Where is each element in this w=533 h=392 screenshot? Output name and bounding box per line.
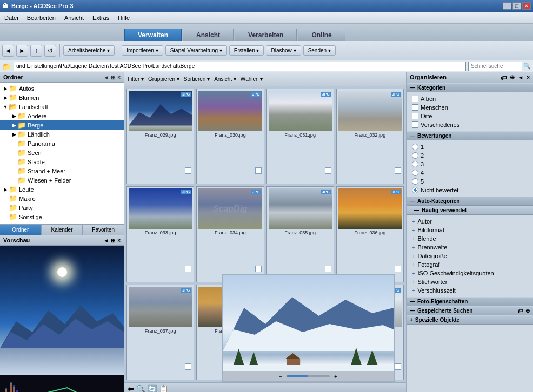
menu-hilfe[interactable]: Hilfe (114, 13, 134, 22)
rating-1[interactable]: 1 (410, 143, 530, 151)
auto-dateigroesse[interactable]: + Dateigröße (410, 252, 530, 260)
filter-button[interactable]: Filter ▾ (128, 76, 144, 82)
gruppieren-button[interactable]: Gruppieren ▾ (148, 76, 179, 82)
haeufig-section[interactable]: — Häufig verwendet (407, 206, 533, 215)
panel-menu-icon[interactable]: ⊞ (111, 75, 115, 80)
thumb-franz-035[interactable]: JPG Franz_035.jpg (266, 186, 334, 282)
preview-close-icon[interactable]: × (117, 238, 121, 244)
nav-forward-button[interactable]: ► (16, 45, 28, 57)
auto-kategorien-section[interactable]: — Auto-Kategorien (407, 197, 533, 206)
thumb-checkbox[interactable] (395, 266, 401, 272)
tree-item-wiesen[interactable]: 📁 Wiesen + Felder (0, 175, 124, 185)
thumb-tool-2[interactable]: 🔍 (136, 384, 145, 393)
thumb-checkbox[interactable] (325, 167, 331, 174)
radio-2[interactable] (412, 152, 418, 159)
ansicht-button[interactable]: Ansicht ▾ (214, 76, 236, 82)
rating-5[interactable]: 5 (410, 177, 530, 186)
thumb-checkbox[interactable] (395, 167, 401, 174)
thumb-checkbox[interactable] (255, 266, 262, 272)
panel-pin-icon[interactable]: ◄ (103, 75, 109, 80)
gespeicherte-suchen-section[interactable]: — Gespeicherte Suchen 🏷 ⊕ (407, 306, 533, 315)
thumb-tool-1[interactable]: ⬅ (128, 384, 134, 393)
alben-checkbox[interactable] (412, 96, 418, 102)
tree-item-berge[interactable]: ▶ 📁 Berge (0, 120, 124, 130)
kategorien-section[interactable]: — Kategorien (407, 83, 533, 92)
thumb-franz-034[interactable]: JPG ScanDig Franz_034.jpg (196, 186, 264, 282)
tree-item-autos[interactable]: ▶ 📁 Autos (0, 84, 124, 93)
tree-item-seen[interactable]: 📁 Seen (0, 148, 124, 157)
window-controls[interactable]: _ □ × (503, 2, 531, 10)
thumb-franz-036[interactable]: JPG Franz_036.jpg (336, 186, 404, 282)
sortieren-button[interactable]: Sortieren ▾ (184, 76, 210, 82)
thumb-checkbox[interactable] (325, 266, 331, 272)
thumb-franz-037[interactable]: JPG Franz_037.jpg (126, 285, 194, 380)
thumb-franz-030[interactable]: JPG Franz_030.jpg (196, 89, 264, 184)
auto-autor[interactable]: + Autor (410, 217, 530, 226)
tab-ansicht[interactable]: Ansicht (183, 29, 234, 41)
spezielle-objekte-section[interactable]: + Spezielle Objekte (407, 315, 533, 325)
organize-pin-icon[interactable]: ◄ (518, 75, 523, 80)
tab-verwalten[interactable]: Verwalten (124, 29, 182, 41)
menu-ansicht[interactable]: Ansicht (60, 13, 88, 22)
stapel-button[interactable]: Stapel-Verarbeitung ▾ (165, 45, 227, 56)
panel-header-controls[interactable]: ◄ ⊞ × (103, 75, 121, 80)
auto-blende[interactable]: + Blende (410, 234, 530, 243)
tree-item-panorama[interactable]: 📁 Panorama (0, 139, 124, 148)
tree-item-sonstige[interactable]: 📁 Sonstige (0, 212, 124, 221)
organize-icon-1[interactable]: 🏷 (501, 75, 507, 81)
thumb-franz-031[interactable]: JPG Franz_031.jpg (266, 89, 334, 184)
orte-checkbox[interactable] (412, 113, 418, 119)
radio-5[interactable] (412, 178, 418, 185)
radio-4[interactable] (412, 170, 418, 176)
thumb-checkbox[interactable] (185, 167, 191, 174)
preview-menu-icon[interactable]: ⊞ (111, 238, 115, 244)
thumb-checkbox[interactable] (395, 363, 401, 370)
rating-none[interactable]: Nicht bewertet (410, 186, 530, 194)
thumb-franz-029[interactable]: JPG Franz_029.jpg (126, 89, 194, 184)
auto-bildformat[interactable]: + Bildformat (410, 226, 530, 234)
tree-item-leute[interactable]: ▶ 📁 Leute (0, 185, 124, 194)
tree-item-blumen[interactable]: ▶ 📁 Blumen (0, 93, 124, 102)
kategorie-orte[interactable]: Orte (410, 112, 530, 120)
nav-up-button[interactable]: ↑ (30, 45, 42, 57)
tree-item-andere[interactable]: ▶ 📁 Andere (0, 111, 124, 120)
erstellen-button[interactable]: Erstellen ▾ (229, 45, 264, 56)
maximize-button[interactable]: □ (512, 2, 521, 10)
tree-item-makro[interactable]: 📁 Makro (0, 194, 124, 203)
thumb-checkbox[interactable] (185, 266, 191, 272)
tab-ordner[interactable]: Ordner (0, 225, 42, 235)
tab-kalender[interactable]: Kalender (42, 225, 83, 235)
tree-item-laendlich[interactable]: ▶ 📁 Ländlich (0, 130, 124, 139)
preview-pin-icon[interactable]: ◄ (103, 238, 109, 244)
zoom-slider[interactable] (287, 375, 330, 377)
senden-button[interactable]: Senden ▾ (303, 45, 336, 56)
radio-none[interactable] (412, 187, 418, 193)
panel-close-icon[interactable]: × (117, 75, 121, 80)
waehlen-button[interactable]: Wählen ▾ (241, 76, 263, 82)
organize-icon-2[interactable]: ⊕ (510, 74, 515, 81)
tree-item-party[interactable]: 📁 Party (0, 203, 124, 212)
auto-verschlusszeit[interactable]: + Verschlusszeit (410, 286, 530, 295)
preview-controls[interactable]: ◄ ⊞ × (103, 238, 121, 244)
search-icon[interactable]: 🔍 (523, 63, 531, 70)
zoom-out-icon[interactable]: − (279, 374, 282, 380)
diashow-button[interactable]: Diashow ▾ (266, 45, 301, 56)
menu-extras[interactable]: Extras (88, 13, 114, 22)
thumb-tool-3[interactable]: 🔄 (148, 384, 157, 393)
rating-4[interactable]: 4 (410, 168, 530, 177)
importieren-button[interactable]: Importieren ▾ (122, 45, 163, 56)
organize-close-icon[interactable]: × (527, 75, 530, 80)
nav-refresh-button[interactable]: ↺ (44, 45, 56, 57)
nav-back-button[interactable]: ◄ (2, 45, 14, 57)
auto-iso[interactable]: + ISO Geschwindigkeitsquoten (410, 269, 530, 278)
tree-item-strand[interactable]: 📁 Strand + Meer (0, 166, 124, 175)
address-input[interactable] (14, 62, 466, 71)
thumb-checkbox[interactable] (255, 167, 262, 174)
tab-favoriten[interactable]: Favoriten (83, 225, 124, 235)
rating-2[interactable]: 2 (410, 151, 530, 160)
thumb-franz-033[interactable]: JPG Franz_033.jpg (126, 186, 194, 282)
popup-controls[interactable]: − + (223, 371, 394, 381)
thumb-tool-4[interactable]: 📋 (159, 384, 168, 393)
search-input[interactable] (468, 62, 522, 71)
kategorie-verschiedenes[interactable]: Verschiedenes (410, 120, 530, 129)
